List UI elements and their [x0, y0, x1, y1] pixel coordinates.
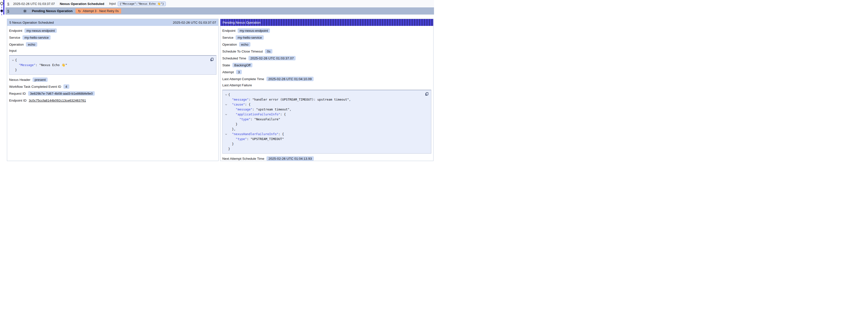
retry-badge-text: Attempt 3 · Next Retry 0s	[83, 9, 119, 13]
value-badge: 2025-02-26 UTC 01:04:13.93	[267, 156, 314, 161]
field-next-attempt-schedule-time: Next Attempt Schedule Time 2025-02-26 UT…	[222, 156, 431, 161]
value-badge: 4	[63, 84, 69, 89]
collapse-chevron-icon[interactable]	[224, 102, 228, 107]
field-request-id: Request ID 3e829b7e-7d67-4b08-aad3-b1e86…	[9, 91, 216, 96]
collapse-chevron-icon	[11, 63, 15, 68]
event-id-link[interactable]: 5	[7, 2, 9, 6]
value-badge: my-hello-service	[236, 35, 264, 40]
collapse-chevron-icon	[224, 137, 228, 141]
event-id-link[interactable]: 5	[7, 9, 9, 13]
value-badge: echo	[26, 42, 37, 46]
pending-panel-header: Pending Nexus Operation	[220, 19, 433, 26]
input-section-label: Input	[9, 49, 216, 54]
value-badge: my-nexus-endpoint	[24, 28, 57, 33]
collapse-chevron-icon[interactable]	[11, 58, 15, 63]
retry-icon: ↻	[78, 9, 81, 13]
collapse-chevron-icon[interactable]	[224, 112, 228, 117]
event-row-scheduled[interactable]: 5 2025-02-26 UTC 01:03:37.07 Nexus Opera…	[5, 0, 434, 7]
pending-asterisk-icon	[23, 9, 27, 13]
field-operation: Operation echo	[222, 42, 431, 47]
copy-button[interactable]	[210, 58, 214, 61]
scheduled-panel-title: 5 Nexus Operation Scheduled	[9, 21, 54, 24]
field-attempt: Attempt 3	[222, 69, 431, 74]
collapse-chevron-icon	[224, 117, 228, 122]
field-nexus-header: Nexus Header present	[9, 77, 216, 82]
event-marker-current-icon	[0, 9, 3, 12]
field-scheduled-time: Scheduled Time 2025-02-26 UTC 01:03:37.0…	[222, 56, 431, 61]
last-attempt-failure-label: Last Attempt Failure	[222, 83, 431, 88]
field-endpoint: Endpoint my-nexus-endpoint	[9, 28, 216, 33]
field-service: Service my-hello-service	[222, 35, 431, 40]
field-state: State BackingOff	[222, 63, 431, 68]
collapse-chevron-icon	[11, 68, 15, 72]
collapse-chevron-icon	[224, 127, 228, 132]
value-badge: echo	[239, 42, 250, 46]
collapse-chevron-icon[interactable]	[224, 132, 228, 137]
retry-status-badge: ↻ Attempt 3 · Next Retry 0s	[75, 8, 121, 13]
collapse-chevron-icon	[224, 107, 228, 112]
value-badge: 3e829b7e-7d67-4b08-aad3-b1e868bfe9e0	[28, 91, 95, 96]
field-workflow-task-completed-event-id: Workflow Task Completed Event ID 4	[9, 84, 216, 89]
state-badge: BackingOff	[232, 63, 253, 67]
collapse-chevron-icon	[224, 141, 228, 147]
scheduled-event-panel: 5 Nexus Operation Scheduled 2025-02-26 U…	[7, 19, 219, 161]
value-badge: 3	[236, 70, 242, 74]
event-input-label: Input	[109, 2, 116, 5]
field-schedule-to-close-timeout: Schedule To Close Timeout 0s	[222, 49, 431, 54]
collapse-chevron-icon	[224, 122, 228, 127]
input-json-viewer: { "Message": "Nexus Echo 👋"}	[9, 55, 216, 75]
failure-json-viewer: { "message": "handler error (UPSTREAM_TI…	[222, 90, 431, 154]
pending-panel-title: Pending Nexus Operation	[222, 21, 261, 24]
value-badge: my-hello-service	[23, 35, 51, 40]
event-row-pending[interactable]: 5 Pending Nexus Operation ↻ Attempt 3 · …	[5, 7, 434, 14]
event-title: Pending Nexus Operation	[32, 9, 72, 13]
value-badge: 2025-02-26 UTC 01:04:10.09	[267, 77, 314, 81]
field-endpoint: Endpoint my-nexus-endpoint	[222, 28, 431, 33]
event-input-preview-chip: {"Message":"Nexus Echo 👋"}	[118, 1, 166, 6]
field-last-attempt-complete-time: Last Attempt Complete Time 2025-02-26 UT…	[222, 76, 431, 82]
event-title: Nexus Operation Scheduled	[60, 2, 104, 6]
field-service: Service my-hello-service	[9, 35, 216, 40]
event-history-screen: 5 2025-02-26 UTC 01:03:37.07 Nexus Opera…	[0, 0, 434, 161]
scheduled-panel-header: 5 Nexus Operation Scheduled 2025-02-26 U…	[7, 19, 218, 26]
field-operation: Operation echo	[9, 42, 216, 47]
value-badge: 0s	[265, 49, 272, 54]
event-timestamp: 2025-02-26 UTC 01:03:37.07	[13, 2, 55, 6]
value-badge: my-nexus-endpoint	[238, 28, 270, 33]
field-endpoint-id: Endpoint ID 3c0c75ccfa8144b092c13ce63246…	[9, 98, 216, 103]
copy-button[interactable]	[425, 92, 429, 96]
event-marker-open-icon	[0, 2, 3, 5]
endpoint-id-link[interactable]: 3c0c75ccfa8144b092c13ce632463761	[29, 99, 86, 102]
collapse-chevron-icon	[224, 147, 228, 151]
value-badge: present	[33, 77, 48, 82]
scheduled-panel-timestamp: 2025-02-26 UTC 01:03:37.07	[173, 21, 216, 24]
collapse-chevron-icon[interactable]	[224, 92, 228, 97]
pending-operation-panel: Pending Nexus Operation Endpoint my-nexu…	[220, 19, 434, 161]
value-badge: 2025-02-26 UTC 01:03:37.07	[248, 56, 296, 60]
selected-event-indicator-bar	[3, 0, 4, 14]
collapse-chevron-icon	[224, 97, 228, 102]
